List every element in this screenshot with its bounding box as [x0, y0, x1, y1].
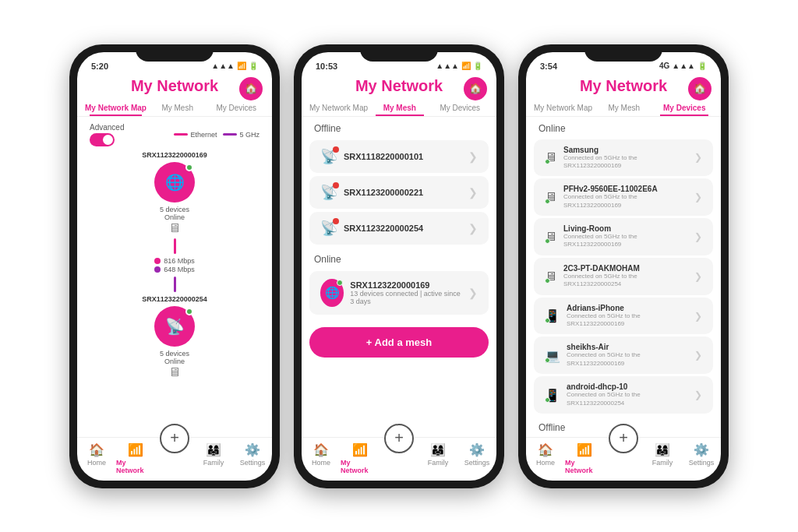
legend-5ghz: 5 GHz — [239, 131, 260, 139]
device-chevron-2: ❯ — [694, 231, 702, 242]
online-section-label-3: Online — [526, 117, 721, 137]
node-2-monitor-icon: 🖥 — [160, 365, 189, 379]
node-2-circle[interactable]: 📡 — [154, 306, 195, 347]
device-sub-4: Connected on 5GHz to the SRX112322000016… — [567, 312, 688, 329]
speed-ethernet: 816 Mbps — [164, 257, 195, 265]
network-type-3: 4G — [659, 62, 669, 70]
tab-network-map-3[interactable]: My Network Map — [532, 100, 594, 116]
home-icon-btn-1[interactable]: 🏠 — [239, 77, 263, 100]
nav-network-3[interactable]: 📶 My Network — [565, 442, 604, 474]
nav-family-2[interactable]: 👨‍👩‍👧 Family — [418, 442, 457, 474]
speed-5ghz: 648 Mbps — [164, 266, 195, 273]
device-status-5 — [545, 358, 550, 363]
bottom-nav-2: 🏠 Home 📶 My Network 👨‍👩‍👧 Family ⚙️ — [302, 437, 496, 481]
nav-settings-2[interactable]: ⚙️ Settings — [457, 442, 496, 474]
scene: 5:20 ▲▲▲ 📶 🔋 My Network 🏠 My Network Map… — [0, 0, 798, 532]
tab-my-mesh-1[interactable]: My Mesh — [148, 100, 207, 116]
nav-home-3[interactable]: 🏠 Home — [526, 442, 565, 474]
toggle-advanced[interactable] — [90, 133, 115, 146]
time-1: 5:20 — [91, 62, 108, 71]
device-item-0[interactable]: 🖥 Samsung Connected on 5GHz to the SRX11… — [534, 139, 713, 177]
device-sub-2: Connected on 5GHz to the SRX112322000016… — [563, 233, 688, 249]
settings-nav-icon-3: ⚙️ — [694, 442, 709, 457]
status-icons-2: ▲▲▲ 📶 🔋 — [436, 62, 482, 70]
tab-my-devices-1[interactable]: My Devices — [207, 100, 266, 116]
device-item-2[interactable]: 🖥 Living-Room Connected on 5GHz to the S… — [534, 218, 713, 255]
phone-1: 5:20 ▲▲▲ 📶 🔋 My Network 🏠 My Network Map… — [69, 44, 280, 488]
nav-family-1[interactable]: 👨‍👩‍👧 Family — [194, 442, 233, 474]
device-item-3[interactable]: 🖥 2C3-PT-DAKMOHAM Connected on 5GHz to t… — [534, 258, 713, 295]
home-icon-btn-3[interactable]: 🏠 — [688, 77, 711, 100]
tab-my-mesh-3[interactable]: My Mesh — [594, 100, 655, 116]
device-icon-wrap-6: 📱 — [545, 388, 560, 403]
device-icon-wrap-1: 🖥 — [545, 190, 557, 204]
tab-my-devices-2[interactable]: My Devices — [430, 100, 491, 116]
device-sub-5: Connected on 5GHz to the SRX112322000016… — [567, 351, 688, 368]
legend-ethernet: Ethernet — [190, 131, 217, 139]
add-mesh-button[interactable]: + Add a mesh — [309, 327, 489, 358]
nav-home-2[interactable]: 🏠 Home — [302, 442, 341, 474]
device-sub-3: Connected on 5GHz to the SRX112322000025… — [563, 273, 688, 289]
device-name-2: Living-Room — [563, 224, 688, 233]
device-status-4 — [545, 318, 550, 323]
network-nav-icon-3: 📶 — [577, 442, 592, 457]
add-btn-3[interactable]: + — [609, 424, 638, 453]
tab-my-devices-3[interactable]: My Devices — [655, 100, 715, 116]
offline-mesh-name-0: SRX1118220000101 — [344, 152, 462, 161]
notch-3 — [584, 44, 662, 62]
offline-mesh-item-1[interactable]: 📡 SRX1123200000221 ❯ — [309, 176, 489, 209]
online-mesh-sub-0: 13 devices connected | active since 3 da… — [350, 290, 462, 305]
device-name-5: sheikhs-Air — [567, 343, 688, 351]
legend: Ethernet 5 GHz — [174, 131, 260, 139]
tab-network-map-2[interactable]: My Network Map — [308, 100, 369, 116]
device-item-4[interactable]: 📱 Adrians-iPhone Connected on 5GHz to th… — [534, 298, 713, 335]
nav-network-1[interactable]: 📶 My Network — [116, 442, 155, 474]
nav-settings-1[interactable]: ⚙️ Settings — [233, 442, 272, 474]
home-icon-btn-2[interactable]: 🏠 — [464, 77, 487, 100]
signal-icon-3: ▲▲▲ — [672, 62, 695, 70]
add-btn-1[interactable]: + — [160, 424, 189, 453]
nav-settings-3[interactable]: ⚙️ Settings — [682, 442, 721, 474]
node-1-monitor-icon: 🖥 — [160, 221, 189, 235]
offline-mesh-icon-0: 📡 — [320, 148, 337, 165]
device-item-5[interactable]: 💻 sheikhs-Air Connected on 5GHz to the S… — [534, 336, 713, 374]
nav-network-2[interactable]: 📶 My Network — [341, 442, 380, 474]
online-mesh-chevron-0: ❯ — [468, 287, 478, 299]
device-item-6[interactable]: 📱 android-dhcp-10 Connected on 5GHz to t… — [534, 376, 713, 414]
battery-icon-2: 🔋 — [473, 62, 482, 70]
device-icon-wrap-2: 🖥 — [545, 230, 557, 244]
node-2-label: SRX1123220000254 — [142, 295, 207, 303]
home-nav-icon-3: 🏠 — [538, 442, 553, 457]
tab-my-mesh-2[interactable]: My Mesh — [369, 100, 430, 116]
device-status-3 — [545, 278, 550, 284]
phone-3: 3:54 4G ▲▲▲ 🔋 My Network 🏠 My Network Ma… — [518, 44, 729, 488]
offline-mesh-chevron-1: ❯ — [468, 186, 478, 199]
nav-home-1[interactable]: 🏠 Home — [77, 442, 116, 474]
time-2: 10:53 — [316, 62, 337, 71]
device-chevron-3: ❯ — [694, 271, 702, 282]
home-nav-icon-2: 🏠 — [313, 442, 329, 457]
device-sub-6: Connected on 5GHz to the SRX112322000025… — [567, 391, 688, 407]
app-title-3: My Network — [580, 77, 667, 95]
node-1-circle[interactable]: 🌐 — [154, 162, 195, 203]
signal-icon-1: ▲▲▲ — [211, 62, 235, 70]
offline-mesh-item-0[interactable]: 📡 SRX1118220000101 ❯ — [309, 140, 489, 173]
phone-2: 10:53 ▲▲▲ 📶 🔋 My Network 🏠 My Network Ma… — [294, 44, 504, 488]
device-chevron-0: ❯ — [694, 152, 702, 163]
bottom-nav-1: 🏠 Home 📶 My Network 👨‍👩‍👧 Family ⚙️ — [77, 437, 272, 481]
nav-family-3[interactable]: 👨‍👩‍👧 Family — [643, 442, 682, 474]
battery-icon-3: 🔋 — [697, 62, 707, 70]
node-1-label: SRX1123220000169 — [142, 151, 207, 159]
offline-mesh-item-2[interactable]: 📡 SRX1123220000254 ❯ — [309, 212, 489, 245]
offline-mesh-chevron-2: ❯ — [468, 222, 478, 234]
device-item-1[interactable]: 🖥 PFHv2-9560EE-11002E6A Connected on 5GH… — [534, 178, 713, 216]
online-mesh-item-0[interactable]: 🌐 SRX1123220000169 13 devices connected … — [309, 271, 489, 315]
device-chevron-4: ❯ — [694, 311, 702, 322]
tabs-2: My Network Map My Mesh My Devices — [302, 100, 496, 117]
offline-mesh-name-2: SRX1123220000254 — [344, 224, 462, 233]
wifi-icon-2: 📶 — [461, 62, 471, 70]
tab-network-map-1[interactable]: My Network Map — [83, 100, 148, 116]
network-nav-icon-1: 📶 — [128, 442, 143, 457]
wifi-icon-1: 📶 — [237, 62, 246, 70]
add-btn-2[interactable]: + — [384, 424, 414, 453]
